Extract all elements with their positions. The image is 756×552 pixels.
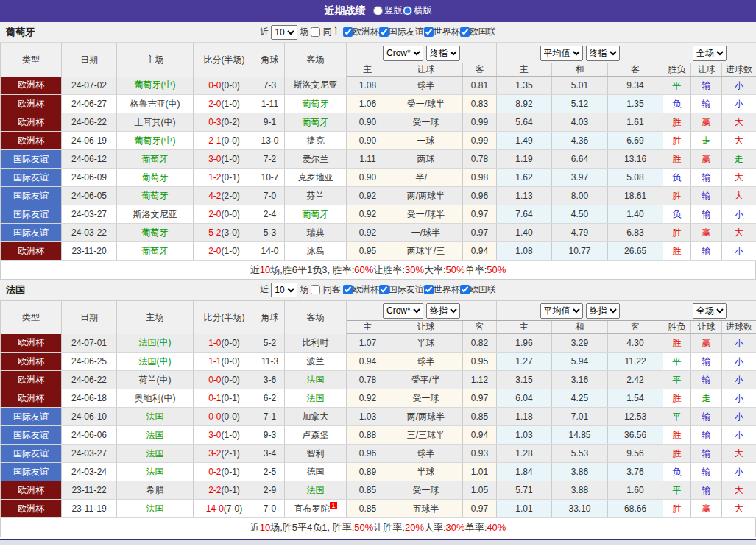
full-time-score: 1-0 [208,338,221,348]
match-date: 24-06-19 [62,132,117,150]
result-wdl: 平 [663,77,691,95]
avg-time-select[interactable]: 终指 [586,303,620,319]
competition-checkbox[interactable] [460,285,470,294]
summary-segment: 30% [446,522,465,533]
near-label: 近 [260,283,269,296]
handicap-away-odds: 0.98 [463,169,497,187]
handicap-away-odds: 0.94 [463,242,497,261]
section-summary: 近10场,胜5平4负1, 胜率:50% 让胜率:20% 大率:30% 单率:40… [0,518,756,537]
layout-radio[interactable] [403,6,412,15]
score-cell: 3-2(2-1) [194,445,255,463]
competition-badge: 欧洲杯 [1,95,62,113]
handicap-away-odds: 0.78 [463,150,497,169]
team-section: 葡萄牙 近 10 场 同主 欧洲杯国际友谊世界杯欧国联 类型 日期 主场 [0,22,756,280]
games-count-select[interactable]: 10 [271,25,297,40]
handicap-line: 球半 [389,77,463,95]
competition-checkbox[interactable] [460,27,470,37]
scope-select[interactable]: 全场 [693,303,727,319]
same-venue-checkbox[interactable] [311,27,320,37]
col-header-score: 比分(半场) [194,43,255,77]
handicap-line: 球半 [389,445,463,463]
layout-radio[interactable] [373,6,383,15]
away-team-name: 葡萄牙 [303,209,329,219]
full-time-score: 14-0 [206,503,224,514]
away-team-name: 波兰 [307,356,325,367]
match-date: 24-06-22 [62,113,117,132]
competition-option[interactable]: 世界杯 [424,283,460,296]
competition-option[interactable]: 欧国联 [460,26,496,38]
avg-home-odds: 1.62 [497,169,552,187]
competition-option[interactable]: 国际友谊 [379,26,424,38]
match-date: 23-11-22 [62,481,117,500]
odds-source-select[interactable]: Crow* [383,46,423,61]
competition-checkbox[interactable] [343,27,353,37]
handicap-away-odds: 0.97 [463,205,497,224]
competition-option[interactable]: 世界杯 [424,26,460,38]
match-row: 国际友谊 24-03-24 法国 0-2(0-1) 2-5 德国 0.89 半球… [1,463,756,481]
competition-checkbox[interactable] [379,27,389,37]
result-wdl: 胜 [663,150,691,169]
average-odds-group-header: 平均值终指 [497,43,663,63]
competition-badge: 欧洲杯 [1,334,62,353]
layout-radio-option[interactable]: 竖版 [373,4,403,17]
handicap-home-odds: 0.95 [347,242,389,261]
away-team: 直布罗陀1 [285,500,347,518]
corner-count: 5-3 [255,224,285,242]
half-time-score: (0-0) [222,375,240,385]
away-team: 瑞典 [285,224,347,242]
competition-checkbox[interactable] [424,285,434,294]
handicap-away-odds: 1.05 [463,481,497,500]
avg-draw-odds: 10.77 [552,242,608,261]
avg-away-odds: 1.54 [608,389,663,408]
competition-option[interactable]: 欧洲杯 [343,283,379,296]
avg-source-select[interactable]: 平均值 [540,303,583,319]
half-time-score: (7-0) [224,503,242,514]
competition-checkbox[interactable] [379,285,389,294]
half-time-score: (0-0) [222,338,240,348]
sub-header-handicap-away: 客 [463,63,497,77]
handicap-away-odds: 0.94 [463,426,497,445]
home-team-name: 法国 [146,411,164,422]
handicap-line: 半球 [389,463,463,481]
avg-source-select[interactable]: 平均值 [540,46,583,61]
games-count-select[interactable]: 10 [271,283,297,297]
handicap-home-odds: 0.88 [347,426,389,445]
odds-source-select[interactable]: Crow* [383,303,423,319]
same-venue-checkbox[interactable] [311,285,320,294]
half-time-score: (2-1) [222,448,240,459]
full-time-score: 0-3 [208,117,221,127]
odds-time-select[interactable]: 终指 [426,303,460,319]
full-time-score: 3-0 [208,430,221,440]
competition-checkbox[interactable] [424,27,434,37]
avg-home-odds: 1.08 [497,242,552,261]
result-goals: 大 [722,169,756,187]
result-handicap: 输 [691,205,722,224]
corner-count: 2-4 [255,205,285,224]
half-time-score: (0-0) [222,80,240,91]
competition-option[interactable]: 欧国联 [460,283,496,296]
odds-time-select[interactable]: 终指 [426,46,460,61]
handicap-line: 两球半/三 [389,242,463,261]
avg-time-select[interactable]: 终指 [586,46,620,61]
competition-badge: 国际友谊 [1,187,62,205]
scope-select[interactable]: 全场 [693,46,727,61]
competition-checkbox[interactable] [343,285,353,294]
avg-draw-odds: 8.00 [552,187,608,205]
home-team: 法国 [117,463,194,481]
away-team: 卢森堡 [285,426,347,445]
competition-option[interactable]: 国际友谊 [379,283,424,296]
competition-filters: 欧洲杯国际友谊世界杯欧国联 [343,283,496,296]
competition-badge: 欧洲杯 [1,353,62,371]
summary-segment: 让胜率: [373,263,405,277]
away-team-badge: 1 [330,502,336,509]
full-time-score: 0-1 [208,393,221,403]
competition-option[interactable]: 欧洲杯 [343,26,379,38]
away-team-name: 法国 [307,485,325,495]
match-row: 国际友谊 24-03-27 斯洛文尼亚 2-0(0-0) 2-4 葡萄牙 0.9… [1,205,756,224]
match-row: 欧洲杯 24-06-22 荷兰(中) 0-0(0-0) 3-6 法国 0.78 … [1,371,756,389]
same-venue-option[interactable]: 同客 [311,283,340,296]
summary-segment: 50% [354,522,373,533]
layout-radio-option[interactable]: 横版 [403,4,432,17]
same-venue-option[interactable]: 同主 [311,26,340,38]
half-time-score: (1-0) [222,246,240,256]
